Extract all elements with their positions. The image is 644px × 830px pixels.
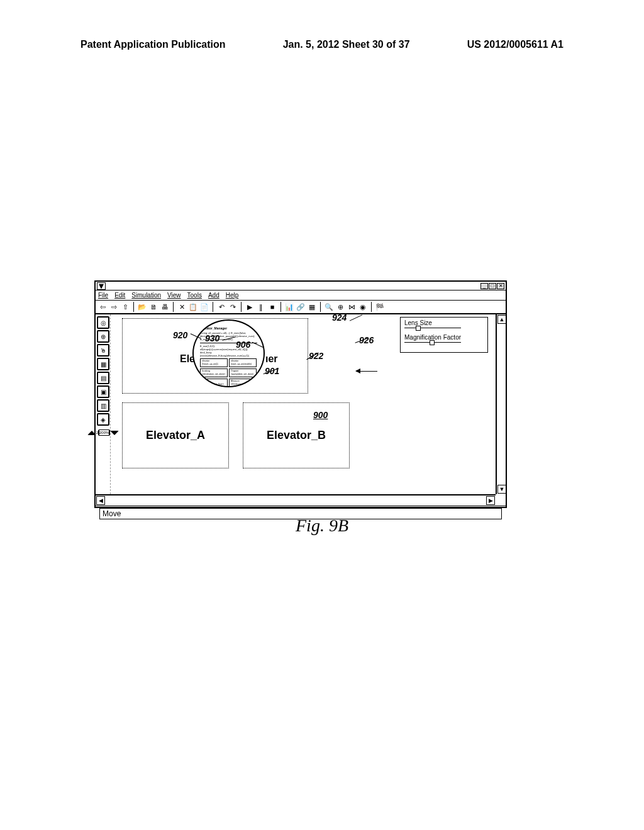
lens-sep2: deal_busy: (exists(elevator_E,busy(eleva…	[200, 351, 257, 357]
cut-icon[interactable]: ✕	[177, 302, 186, 311]
mag-factor-thumb[interactable]	[430, 340, 435, 345]
print-icon[interactable]: 🖶	[160, 302, 169, 311]
redo-icon[interactable]: ↷	[228, 302, 237, 311]
canvas[interactable]: Ele ıer Elevator_Manager during: all_pas…	[111, 314, 496, 494]
zoom-widget[interactable]: 2 200%	[97, 429, 109, 436]
menu-tools[interactable]: Tools	[187, 292, 202, 299]
chart-icon[interactable]: 📊	[285, 302, 294, 311]
toolbar: ⇦ ⇨ ⇧ 📂 🗎 🖶 ✕ 📋 📄 ↶ ↷ ▶ ‖ ■ 📊 🔗 ▦ 🔍 ⊕ ⋈ …	[96, 301, 506, 314]
header-center: Jan. 5, 2012 Sheet 30 of 37	[283, 39, 410, 50]
header-left: Patent Application Publication	[80, 39, 226, 50]
block-elevator-b[interactable]: Elevator_B	[243, 402, 350, 468]
link-icon[interactable]: 🔗	[296, 302, 305, 311]
tool-3-icon[interactable]: 🖱	[97, 344, 109, 357]
zoom-icon[interactable]: 🔍	[325, 302, 333, 311]
lens-box-3: Invoking <destination_set_done>	[200, 368, 228, 377]
tool-4-icon[interactable]: ▦	[97, 358, 109, 370]
ref-930: 930	[205, 333, 219, 343]
lens-box-1: elevator [!move_up_on()]	[200, 358, 228, 367]
menu-bar: File Edit Simulation View Tools Add Help	[96, 290, 506, 301]
target-icon[interactable]: ⊕	[336, 302, 345, 311]
block-elevator-a[interactable]: Elevator_A	[122, 402, 229, 468]
vertical-scrollbar[interactable]: ▲ ▼	[496, 314, 506, 494]
flag-icon[interactable]: 🏁	[375, 302, 384, 311]
tool-1-icon[interactable]: ◎	[97, 316, 109, 329]
grid-icon[interactable]: ▦	[308, 302, 316, 311]
menu-simulation[interactable]: Simulation	[131, 292, 161, 299]
system-menu-icon[interactable]: ▾	[97, 282, 106, 290]
tool-5-icon[interactable]: ▤	[97, 372, 109, 384]
back-icon[interactable]: ⇦	[98, 302, 107, 311]
maximize-button[interactable]: □	[489, 283, 496, 289]
forward-icon[interactable]: ⇨	[109, 302, 118, 311]
magnifier-lens[interactable]: Elevator_Manager during: all_passed = al…	[192, 319, 265, 387]
menu-help[interactable]: Help	[226, 292, 239, 299]
lens-box-4: Onpoint <query(dest_set_done)	[229, 368, 257, 377]
mag-factor-label: Magnification Factor	[404, 334, 484, 341]
header-right: US 2012/0005611 A1	[467, 39, 564, 50]
horizontal-scrollbar[interactable]: ◀ ▶	[96, 494, 496, 506]
lens-controls-panel: Lens Size Magnification Factor	[400, 317, 488, 353]
close-button[interactable]: ✕	[497, 283, 504, 289]
menu-file[interactable]: File	[98, 292, 108, 299]
title-bar: ▾ _ □ ✕	[96, 282, 506, 290]
ref-906: 906	[236, 340, 250, 350]
manager-label-right: ıer	[265, 353, 278, 365]
undo-icon[interactable]: ↶	[217, 302, 226, 311]
binoculars-icon[interactable]: ⋈	[347, 302, 356, 311]
ref-920: 920	[173, 330, 187, 340]
open-icon[interactable]: 📂	[138, 302, 147, 311]
stop-icon[interactable]: ■	[268, 302, 277, 311]
lens-title: Elevator_Manager	[200, 327, 257, 330]
lens-size-thumb[interactable]	[416, 326, 421, 331]
tool-6-icon[interactable]: ▣	[97, 385, 109, 398]
arrow-pointer-icon	[356, 371, 377, 372]
left-toolbar: ◎ ⊕ 🖱 ▦ ▤ ▣ ▥ ◈ 2 200%	[96, 314, 111, 494]
menu-edit[interactable]: Edit	[114, 292, 125, 299]
lens-box-2: elevator move_up_on(enable)	[229, 358, 257, 367]
menu-view[interactable]: View	[167, 292, 181, 299]
up-icon[interactable]: ⇧	[121, 302, 130, 311]
ref-900: 900	[313, 410, 328, 420]
scroll-down-icon[interactable]: ▼	[497, 485, 506, 494]
minimize-button[interactable]: _	[480, 283, 488, 289]
scroll-up-icon[interactable]: ▲	[497, 315, 506, 324]
figure-caption: Fig. 9B	[0, 516, 644, 536]
block-b-label: Elevator_B	[267, 429, 326, 442]
pause-icon[interactable]: ‖	[257, 302, 265, 311]
play-icon[interactable]: ▶	[245, 302, 254, 311]
tool-7-icon[interactable]: ▥	[97, 399, 109, 412]
menu-add[interactable]: Add	[208, 292, 219, 299]
scroll-right-icon[interactable]: ▶	[486, 496, 495, 505]
scroll-left-icon[interactable]: ◀	[96, 496, 105, 505]
mag-factor-slider[interactable]	[404, 342, 461, 346]
record-icon[interactable]: ◉	[358, 302, 367, 311]
tool-8-icon[interactable]: ◈	[97, 413, 109, 426]
lens-size-slider[interactable]	[404, 328, 461, 331]
block-a-label: Elevator_A	[146, 429, 205, 442]
save-icon[interactable]: 🗎	[149, 302, 158, 311]
copy-icon[interactable]: 📋	[189, 302, 197, 311]
ref-924: 924	[332, 313, 347, 323]
tool-2-icon[interactable]: ⊕	[97, 330, 109, 343]
paste-icon[interactable]: 📄	[200, 302, 209, 311]
application-window: ▾ _ □ ✕ File Edit Simulation View Tools …	[94, 280, 507, 508]
